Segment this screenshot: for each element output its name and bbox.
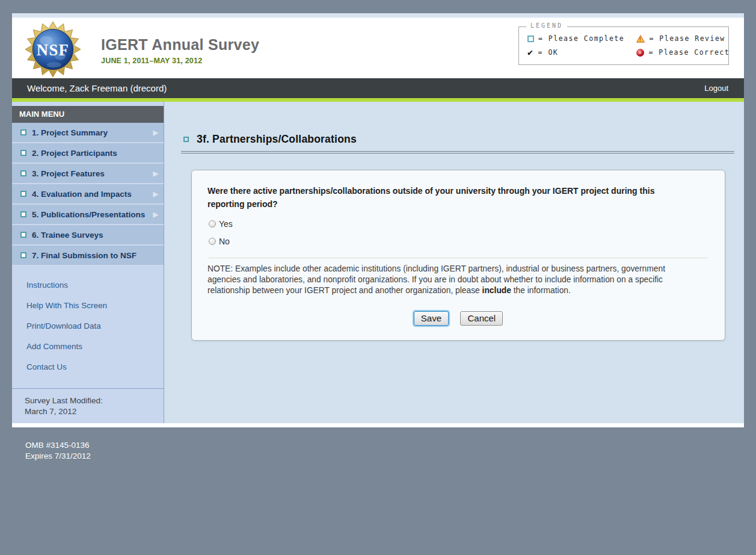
note-divider (209, 258, 708, 258)
sidebar-item-label: 1. Project Summary (32, 128, 108, 137)
sidebar-item-trainee-surveys[interactable]: 6. Trainee Surveys (12, 225, 164, 246)
sidebar-links: Instructions Help With This Screen Print… (12, 266, 164, 388)
legend-item-please-correct: ✕ = Please Correct (636, 48, 722, 57)
radio-option-no[interactable]: No (207, 237, 709, 246)
app-subtitle: JUNE 1, 2011–MAY 31, 2012 (101, 57, 259, 65)
legend-item-label: = Please Correct (648, 48, 730, 57)
chevron-right-icon: ▶ (153, 170, 158, 178)
main-content: 3f. Partnerships/Collaborations Were the… (164, 102, 744, 423)
please-complete-square-icon (20, 129, 26, 135)
welcome-text: Welcome, Zack Freeman (drecord) (27, 83, 167, 93)
chevron-right-icon: ▶ (153, 129, 158, 137)
last-modified-label: Survey Last Modified: (25, 395, 164, 406)
sidebar-item-final-submission[interactable]: 7. Final Submission to NSF (12, 246, 164, 266)
chevron-right-icon: ▶ (153, 211, 158, 219)
sidebar-item-label: 5. Publications/Presentations (32, 210, 145, 219)
app-title: IGERT Annual Survey (101, 36, 259, 54)
main-menu-header: MAIN MENU (12, 106, 164, 123)
sidebar-item-label: 3. Project Features (32, 169, 105, 178)
please-complete-square-icon (20, 211, 26, 217)
button-row: Save Cancel (207, 311, 709, 326)
sidebar-item-publications-presentations[interactable]: 5. Publications/Presentations ▶ (12, 205, 164, 225)
nsf-logo-text: NSF (37, 41, 70, 59)
legend-title: LEGEND (526, 22, 567, 29)
sidebar-item-label: 6. Trainee Surveys (32, 231, 103, 240)
logout-link[interactable]: Logout (704, 84, 728, 93)
sidebar-item-label: 7. Final Submission to NSF (32, 251, 137, 260)
please-review-warning-icon: ! (636, 35, 645, 43)
yes-radio[interactable] (209, 220, 216, 228)
note-bold-word: include (482, 286, 511, 295)
legend-item-label: = OK (538, 48, 559, 57)
legend-item-label: = Please Review (649, 34, 725, 43)
page-title-row: 3f. Partnerships/Collaborations (183, 133, 744, 146)
save-button[interactable]: Save (414, 311, 449, 326)
please-complete-square-icon (20, 170, 26, 176)
sidebar-link-contact-us[interactable]: Contact Us (26, 362, 164, 371)
note-suffix: the information. (511, 286, 571, 295)
sidebar-link-help[interactable]: Help With This Screen (26, 301, 164, 310)
welcome-bar: Welcome, Zack Freeman (drecord) Logout (12, 78, 744, 98)
omb-expires: Expires 7/31/2012 (25, 451, 91, 462)
legend-item-please-review: ! = Please Review (636, 34, 722, 43)
note-text: NOTE: Examples include other academic in… (207, 264, 675, 296)
legend-box: LEGEND = Please Complete ! = Please Revi… (518, 26, 729, 65)
sidebar-item-project-features[interactable]: 3. Project Features ▶ (12, 164, 164, 184)
question-panel: Were there active partnerships/collabora… (191, 170, 725, 341)
please-correct-error-icon: ✕ (636, 49, 644, 57)
nsf-logo: NSF (25, 22, 81, 77)
question-text: Were there active partnerships/collabora… (207, 184, 692, 211)
last-modified-date: March 7, 2012 (25, 406, 164, 417)
page-title: 3f. Partnerships/Collaborations (197, 133, 357, 146)
no-radio[interactable] (209, 238, 216, 245)
please-complete-square-icon (183, 137, 189, 142)
please-complete-square-icon (20, 150, 26, 156)
radio-label-no: No (219, 237, 230, 246)
note-prefix: NOTE: Examples include other academic in… (207, 264, 665, 295)
sidebar: MAIN MENU 1. Project Summary ▶ 2. Projec… (12, 102, 164, 423)
app-header: NSF IGERT Annual Survey JUNE 1, 2011–MAY… (12, 18, 744, 78)
sidebar-item-label: 4. Evaluation and Impacts (32, 190, 132, 199)
sidebar-link-instructions[interactable]: Instructions (26, 281, 164, 290)
cancel-button[interactable]: Cancel (460, 311, 503, 326)
radio-option-yes[interactable]: Yes (207, 219, 709, 229)
please-complete-square-icon (527, 36, 534, 42)
sidebar-link-add-comments[interactable]: Add Comments (26, 342, 164, 351)
ok-check-icon: ✔ (527, 49, 534, 56)
legend-item-ok: ✔ = OK (527, 48, 636, 57)
content-row: MAIN MENU 1. Project Summary ▶ 2. Projec… (12, 102, 744, 423)
svg-text:!: ! (639, 36, 643, 42)
survey-last-modified: Survey Last Modified: March 7, 2012 (12, 389, 164, 423)
legend-item-label: = Please Complete (538, 34, 624, 43)
title-divider (181, 151, 734, 153)
title-block: IGERT Annual Survey JUNE 1, 2011–MAY 31,… (101, 36, 259, 65)
chevron-right-icon: ▶ (153, 190, 158, 198)
sidebar-gap (12, 102, 164, 106)
omb-number: OMB #3145-0136 (25, 440, 91, 451)
radio-label-yes: Yes (219, 219, 233, 229)
sidebar-item-project-summary[interactable]: 1. Project Summary ▶ (12, 123, 164, 143)
sidebar-item-evaluation-and-impacts[interactable]: 4. Evaluation and Impacts ▶ (12, 184, 164, 205)
please-complete-square-icon (20, 191, 26, 197)
sidebar-item-label: 2. Project Participants (32, 149, 117, 158)
legend-grid: = Please Complete ! = Please Review ✔ = … (519, 27, 728, 57)
sidebar-link-print-download[interactable]: Print/Download Data (26, 321, 164, 330)
page-top-strip (12, 13, 744, 18)
sidebar-item-project-participants[interactable]: 2. Project Participants (12, 143, 164, 164)
survey-page: NSF IGERT Annual Survey JUNE 1, 2011–MAY… (12, 13, 744, 427)
legend-item-please-complete: = Please Complete (527, 34, 636, 43)
please-complete-square-icon (20, 232, 26, 238)
please-complete-square-icon (20, 252, 26, 258)
omb-footer: OMB #3145-0136 Expires 7/31/2012 (25, 440, 91, 462)
